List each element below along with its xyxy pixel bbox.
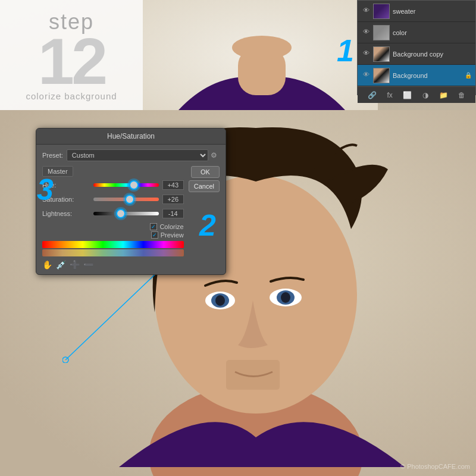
hue-thumb[interactable] — [129, 180, 139, 190]
layer-thumb-sweater — [373, 4, 390, 19]
spectrum-bar-bottom — [42, 249, 184, 256]
layers-delete-icon[interactable]: 🗑 — [458, 91, 465, 99]
light-thumb[interactable] — [116, 209, 126, 218]
layer-name-bg-copy: Background copy — [393, 51, 472, 58]
gear-icon[interactable]: ⚙ — [211, 151, 217, 159]
preview-label: Preview — [161, 231, 184, 239]
hand-tool-icon[interactable]: ✋ — [42, 260, 52, 270]
watermark: © PhotoshopCAFE.com — [400, 463, 470, 470]
layer-row-color[interactable]: 👁 color — [358, 22, 475, 43]
bottom-tools: ✋ 💉 ➕ ➖ — [42, 260, 184, 270]
layers-panel: 👁 sweater 👁 color 👁 Background copy 👁 Ba… — [357, 0, 476, 95]
dialog-titlebar[interactable]: Hue/Saturation — [36, 129, 226, 145]
eyedropper-icon[interactable]: 💉 — [56, 260, 66, 270]
step-number: 12 — [38, 29, 105, 94]
cancel-button[interactable]: Cancel — [189, 180, 220, 192]
svg-rect-9 — [226, 360, 280, 390]
step-badge-1: 1 — [337, 33, 354, 68]
hue-saturation-dialog: Hue/Saturation Preset: Custom ⚙ Master H… — [36, 128, 226, 275]
layer-eye-sweater[interactable]: 👁 — [361, 7, 371, 16]
svg-point-8 — [281, 292, 290, 303]
colorize-label: Colorize — [159, 223, 183, 230]
sat-value[interactable]: +26 — [162, 195, 184, 204]
light-label: Lightness: — [42, 210, 90, 217]
hue-slider-container: Hue: +43 — [42, 180, 184, 190]
step-subtitle: colorize background — [26, 91, 117, 101]
layer-name-bg: Background — [393, 72, 465, 79]
layer-row-bg[interactable]: 👁 Background 🔒 — [358, 65, 475, 86]
spectrum-bar-top — [42, 241, 184, 248]
step-area: step 12 colorize background — [0, 0, 143, 110]
layers-fx-icon[interactable]: fx — [387, 91, 392, 99]
step-badge-2: 2 — [199, 208, 216, 243]
layer-row-bg-copy[interactable]: 👁 Background copy — [358, 43, 475, 65]
layer-eye-color[interactable]: 👁 — [361, 28, 371, 37]
light-track[interactable] — [93, 212, 159, 215]
layers-adj-icon[interactable]: ◑ — [422, 91, 428, 99]
dialog-main: Master Hue: +43 Saturation: +26 — [42, 166, 220, 270]
layer-thumb-bg-copy — [373, 46, 390, 62]
layer-eye-bg-copy[interactable]: 👁 — [361, 49, 371, 59]
colorize-row: Colorize — [42, 223, 184, 230]
hue-track[interactable] — [93, 183, 159, 187]
layer-row-sweater[interactable]: 👁 sweater — [358, 1, 475, 22]
eyedropper-minus-icon[interactable]: ➖ — [83, 260, 93, 270]
step-badge-3: 3 — [37, 173, 54, 207]
layers-bottom-bar: 🔗 fx ⬜ ◑ 📁 🗑 — [358, 86, 475, 103]
sat-track[interactable] — [93, 198, 159, 201]
layers-link-icon[interactable]: 🔗 — [368, 91, 377, 99]
svg-point-5 — [215, 295, 225, 306]
layer-name-color: color — [393, 29, 472, 36]
layer-name-sweater: sweater — [393, 8, 472, 15]
light-slider-container: Lightness: -14 — [42, 209, 184, 218]
layer-thumb-color — [373, 25, 390, 40]
ok-button[interactable]: OK — [191, 166, 220, 178]
layer-thumb-bg — [373, 68, 390, 83]
sat-thumb[interactable] — [125, 195, 134, 204]
hue-value[interactable]: +43 — [162, 180, 184, 190]
eyedropper-plus-icon[interactable]: ➕ — [70, 260, 80, 270]
preview-row: Preview — [42, 231, 184, 239]
layer-lock-icon: 🔒 — [465, 72, 472, 79]
preview-checkbox[interactable] — [151, 231, 158, 239]
dialog-left: Master Hue: +43 Saturation: +26 — [42, 166, 184, 270]
layers-mask-icon[interactable]: ⬜ — [403, 91, 412, 99]
light-value[interactable]: -14 — [162, 209, 184, 218]
layer-eye-bg[interactable]: 👁 — [361, 71, 371, 80]
colorize-checkbox[interactable] — [150, 223, 157, 230]
preset-label: Preset: — [42, 152, 63, 159]
svg-point-12 — [232, 36, 292, 60]
sat-slider-container: Saturation: +26 — [42, 195, 184, 204]
master-row: Master — [42, 166, 184, 177]
layers-folder-icon[interactable]: 📁 — [439, 91, 448, 99]
preset-row: Preset: Custom ⚙ — [42, 149, 220, 161]
preset-dropdown[interactable]: Custom — [67, 149, 208, 161]
dialog-body: Preset: Custom ⚙ Master Hue: +43 — [36, 145, 226, 274]
